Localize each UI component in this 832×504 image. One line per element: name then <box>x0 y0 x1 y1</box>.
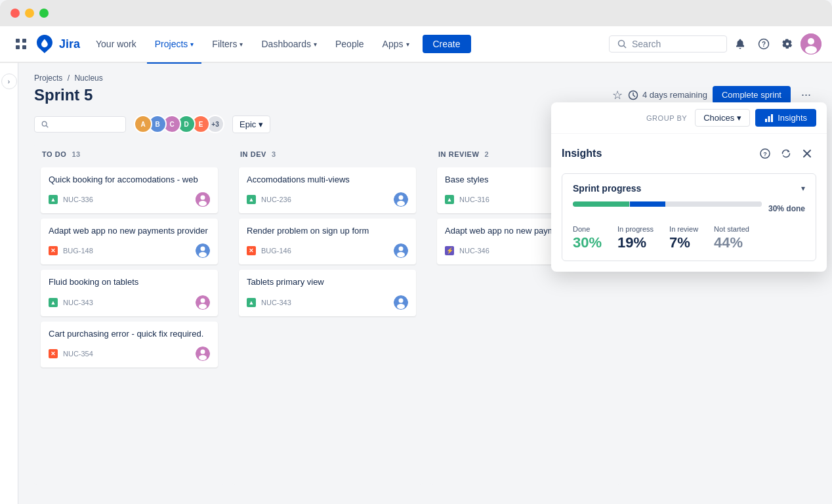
svg-point-4 <box>619 41 625 47</box>
close-icon <box>802 149 812 158</box>
main-content: Projects / Nucleus Sprint 5 ☆ 4 days rem… <box>18 63 832 504</box>
card-nuc-336[interactable]: Quick booking for accomodations - web ▲ … <box>41 167 218 213</box>
svg-point-22 <box>199 304 207 309</box>
sidebar-toggle-button[interactable]: › <box>1 74 17 89</box>
column-header-indev: IN DEV 3 <box>239 150 416 162</box>
card-bug-148[interactable]: Adapt web app no new payments provider ✕… <box>41 219 218 264</box>
jira-wordmark: Jira <box>59 37 80 51</box>
nav-projects[interactable]: Projects ▾ <box>147 35 202 53</box>
progress-stats: Done 30% In progress 19% In review 7% <box>573 225 805 251</box>
avatar-filter-row: A B C D E +3 <box>134 115 224 133</box>
stat-inreview-label: In review <box>669 225 698 233</box>
column-todo: TO DO 13 Quick booking for accomodations… <box>34 144 224 485</box>
card-title: Accomodations multi-views <box>247 174 408 186</box>
story-icon: ▲ <box>247 195 256 204</box>
close-button[interactable] <box>10 9 20 18</box>
progress-bar-row: 30% done <box>573 201 805 216</box>
refresh-icon <box>781 148 791 159</box>
card-bug-146[interactable]: Render problem on sign up form ✕ BUG-146 <box>239 219 416 264</box>
insights-refresh-button[interactable] <box>777 144 795 163</box>
group-by-label: GROUP BY <box>646 114 687 122</box>
svg-point-28 <box>397 201 405 206</box>
search-box[interactable]: Search <box>609 35 727 52</box>
choices-button[interactable]: Choices ▾ <box>695 109 750 127</box>
stat-inreview: In review 7% <box>669 225 698 251</box>
card-title: Quick booking for accomodations - web <box>49 174 210 186</box>
user-avatar[interactable] <box>801 33 822 54</box>
svg-text:?: ? <box>762 41 766 48</box>
stat-notstarted-label: Not started <box>714 225 749 233</box>
card-title: Tablets primary view <box>247 276 408 288</box>
card-footer: ✕ BUG-146 <box>247 243 408 258</box>
star-button[interactable]: ☆ <box>612 88 623 102</box>
card-id: NUC-343 <box>63 299 93 306</box>
bug-icon: ✕ <box>49 246 58 255</box>
bug-icon: ✕ <box>247 246 256 255</box>
help-button[interactable]: ? <box>753 33 774 54</box>
card-id: NUC-316 <box>459 196 489 203</box>
top-navigation: Jira Your work Projects ▾ Filters ▾ Dash… <box>0 26 832 63</box>
svg-point-31 <box>397 252 405 257</box>
bug-icon: ✕ <box>49 349 58 358</box>
svg-rect-42 <box>768 116 770 122</box>
stat-inreview-value: 7% <box>669 234 698 251</box>
svg-point-18 <box>201 247 205 251</box>
stat-done-label: Done <box>573 225 602 233</box>
avatar-filter-1[interactable]: A <box>134 115 152 133</box>
card-id: BUG-148 <box>63 247 93 255</box>
more-options-button[interactable]: ··· <box>796 85 816 104</box>
notifications-button[interactable] <box>730 33 751 54</box>
expand-icon[interactable]: ▾ <box>801 184 805 193</box>
chevron-down-icon: ▾ <box>190 41 194 48</box>
insights-panel-title: Insights <box>562 148 602 159</box>
card-nuc-236[interactable]: Accomodations multi-views ▲ NUC-236 <box>239 167 416 213</box>
card-nuc-343b[interactable]: Tablets primary view ▲ NUC-343 <box>239 270 416 316</box>
nav-filters[interactable]: Filters ▾ <box>204 35 251 53</box>
jira-logo[interactable]: Jira <box>34 33 80 54</box>
card-title: Render problem on sign up form <box>247 225 408 237</box>
insights-overlay: GROUP BY Choices ▾ Insights Insights <box>551 102 827 272</box>
card-nuc-354[interactable]: Cart purchasing error - quick fix requir… <box>41 322 218 368</box>
progress-bar <box>573 201 762 207</box>
epic-label: Epic <box>239 119 256 129</box>
insights-help-button[interactable]: ? <box>756 144 774 163</box>
nav-your-work[interactable]: Your work <box>88 35 144 53</box>
sprint-progress-header: Sprint progress ▾ <box>573 183 805 194</box>
column-header-todo: TO DO 13 <box>41 150 218 162</box>
create-button[interactable]: Create <box>423 35 471 53</box>
search-icon <box>617 39 627 49</box>
breadcrumb: Projects / Nucleus <box>34 74 816 83</box>
story-icon: ▲ <box>49 298 58 307</box>
nav-people[interactable]: People <box>327 35 372 53</box>
stat-notstarted: Not started 44% <box>714 225 749 251</box>
maximize-button[interactable] <box>39 9 49 18</box>
card-title: Cart purchasing error - quick fix requir… <box>49 328 210 340</box>
insights-close-button[interactable] <box>798 144 816 163</box>
card-avatar <box>394 192 408 207</box>
settings-button[interactable] <box>777 33 798 54</box>
board-search-field[interactable] <box>52 119 119 129</box>
breadcrumb-nucleus-link[interactable]: Nucleus <box>74 74 102 83</box>
minimize-button[interactable] <box>25 9 34 18</box>
insights-action-buttons: ? <box>756 144 816 163</box>
insights-active-button[interactable]: Insights <box>755 109 816 127</box>
svg-point-24 <box>201 349 205 354</box>
nav-dashboards[interactable]: Dashboards ▾ <box>253 35 325 53</box>
apps-grid-icon[interactable] <box>10 33 31 54</box>
progress-inprogress <box>630 201 665 207</box>
svg-point-19 <box>199 252 207 257</box>
epic-filter-button[interactable]: Epic ▾ <box>232 116 270 133</box>
sprint-progress-card: Sprint progress ▾ 30% done Done <box>562 173 816 261</box>
bar-chart-icon <box>764 114 774 123</box>
card-nuc-343a[interactable]: Fluid booking on tablets ▲ NUC-343 <box>41 270 218 316</box>
complete-sprint-button[interactable]: Complete sprint <box>713 86 791 104</box>
card-id: NUC-354 <box>63 350 93 358</box>
choices-label: Choices <box>703 113 734 123</box>
nav-apps[interactable]: Apps ▾ <box>375 35 417 53</box>
chevron-down-icon: ▾ <box>737 113 741 123</box>
column-label-indev: IN DEV <box>240 150 266 158</box>
card-avatar <box>196 295 210 310</box>
breadcrumb-projects-link[interactable]: Projects <box>34 74 62 83</box>
svg-line-5 <box>624 46 627 49</box>
board-search-input[interactable] <box>34 116 126 133</box>
